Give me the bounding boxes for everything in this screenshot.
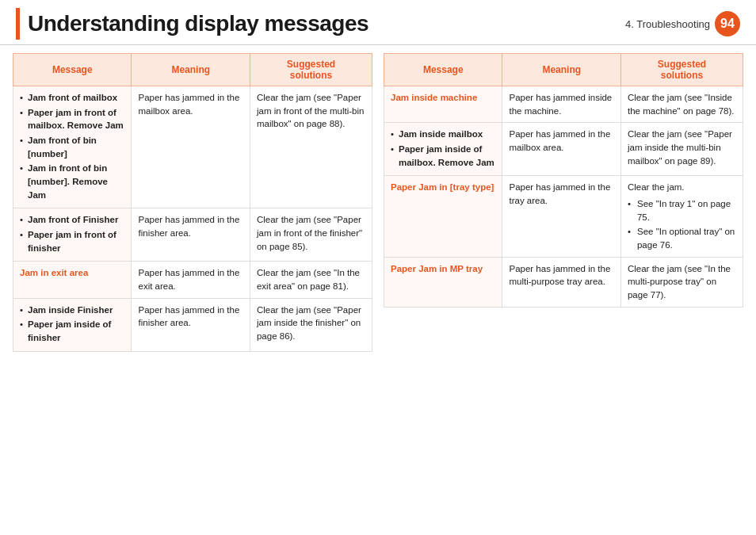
chapter-badge: 4. Troubleshooting 94 — [625, 11, 740, 36]
right-col-solutions: Suggestedsolutions — [620, 54, 743, 86]
right-row2-meaning: Paper has jammed in the mailbox area. — [502, 123, 620, 176]
right-row1-solution: Clear the jam (see "Inside the machine" … — [620, 86, 743, 123]
left-col-message: Message — [13, 54, 132, 86]
left-row3-message: Jam in exit area — [13, 262, 132, 298]
table-row: Jam inside Finisher Paper jam inside of … — [13, 298, 372, 351]
table-row: Paper Jam in [tray type] Paper has jamme… — [384, 176, 743, 257]
page-header: Understanding display messages 4. Troubl… — [0, 0, 756, 45]
left-row2-meaning: Paper has jammed in the finisher area. — [132, 208, 250, 262]
right-row2-message: Jam inside mailbox Paper jam inside of m… — [384, 123, 502, 176]
left-col-meaning: Meaning — [132, 54, 250, 86]
right-row1-message: Jam inside machine — [384, 86, 502, 123]
right-row2-solution: Clear the jam (see "Paper jam inside the… — [620, 123, 743, 176]
right-row3-solution: Clear the jam. • See "In tray 1" on page… — [620, 176, 743, 257]
main-content: Message Meaning Suggestedsolutions Jam f… — [0, 45, 756, 360]
title-accent — [16, 8, 20, 40]
left-row1-solution: Clear the jam (see "Paper jam in front o… — [250, 86, 372, 208]
page-title: Understanding display messages — [28, 11, 368, 36]
highlight-message: Jam inside machine — [391, 93, 477, 102]
table-row: Paper Jam in MP tray Paper has jammed in… — [384, 257, 743, 307]
chapter-number: 94 — [715, 11, 740, 36]
right-row4-meaning: Paper has jammed in the multi-purpose tr… — [502, 257, 620, 307]
table-row: Jam inside mailbox Paper jam inside of m… — [384, 123, 743, 176]
left-row1-meaning: Paper has jammed in the mailbox area. — [132, 86, 250, 208]
table-row: Jam in exit area Paper has jammed in the… — [13, 262, 372, 298]
highlight-message: Paper Jam in MP tray — [391, 264, 483, 273]
right-row3-meaning: Paper has jammed in the tray area. — [502, 176, 620, 257]
left-row2-message: Jam front of Finisher Paper jam in front… — [13, 208, 132, 262]
right-row1-meaning: Paper has jammed inside the machine. — [502, 86, 620, 123]
table-row: Jam front of Finisher Paper jam in front… — [13, 208, 372, 262]
left-row3-solution: Clear the jam (see "In the exit area" on… — [250, 262, 372, 298]
right-table: Message Meaning Suggestedsolutions Jam i… — [384, 53, 743, 308]
left-table-section: Message Meaning Suggestedsolutions Jam f… — [13, 53, 372, 352]
chapter-label: 4. Troubleshooting — [625, 18, 710, 30]
right-col-message: Message — [384, 54, 502, 86]
right-row3-message: Paper Jam in [tray type] — [384, 176, 502, 257]
left-col-solutions: Suggestedsolutions — [250, 54, 372, 86]
right-row4-solution: Clear the jam (see "In the multi-purpose… — [620, 257, 743, 307]
table-row: Jam inside machine Paper has jammed insi… — [384, 86, 743, 123]
highlight-message: Paper Jam in [tray type] — [391, 182, 494, 192]
left-row4-solution: Clear the jam (see "Paper jam inside the… — [250, 298, 372, 351]
left-table-header-row: Message Meaning Suggestedsolutions — [13, 54, 372, 86]
left-row4-message: Jam inside Finisher Paper jam inside of … — [13, 298, 132, 351]
right-col-meaning: Meaning — [502, 54, 620, 86]
left-row1-message: Jam front of mailbox Paper jam in front … — [13, 86, 132, 208]
right-row4-message: Paper Jam in MP tray — [384, 257, 502, 307]
right-table-section: Message Meaning Suggestedsolutions Jam i… — [384, 53, 743, 352]
table-row: Jam front of mailbox Paper jam in front … — [13, 86, 372, 208]
left-row2-solution: Clear the jam (see "Paper jam in front o… — [250, 208, 372, 262]
highlight-message: Jam in exit area — [20, 268, 88, 277]
left-row4-meaning: Paper has jammed in the finisher area. — [132, 298, 250, 351]
left-row3-meaning: Paper has jammed in the exit area. — [132, 262, 250, 298]
right-table-header-row: Message Meaning Suggestedsolutions — [384, 54, 743, 86]
left-table: Message Meaning Suggestedsolutions Jam f… — [13, 53, 372, 352]
